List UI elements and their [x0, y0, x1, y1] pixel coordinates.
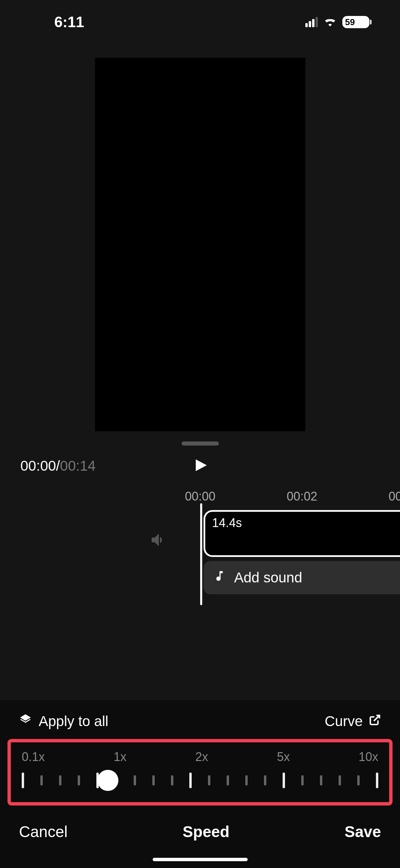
home-indicator[interactable] — [153, 858, 248, 861]
speed-label: 5x — [277, 750, 290, 764]
cellular-icon — [305, 17, 318, 27]
ruler-mark: 00:02 — [287, 489, 317, 504]
timeline[interactable]: 14.4s Add sound — [0, 507, 400, 602]
playback-row: 00:00/00:14 — [0, 446, 400, 486]
playhead[interactable] — [200, 503, 202, 605]
speed-slider[interactable] — [20, 770, 380, 791]
apply-to-all-label: Apply to all — [39, 713, 108, 729]
layers-icon — [19, 713, 32, 729]
speed-panel: Apply to all Curve 0.1x 1x 2x 5x 10x Can… — [0, 700, 400, 868]
speed-knob[interactable] — [97, 770, 118, 791]
battery-level: 59 — [345, 17, 355, 28]
panel-title: Speed — [183, 822, 229, 841]
speed-labels: 0.1x 1x 2x 5x 10x — [20, 750, 380, 770]
apply-to-all-button[interactable]: Apply to all — [19, 713, 108, 729]
speed-label: 1x — [114, 750, 127, 764]
action-row: Cancel Speed Save — [0, 806, 400, 851]
ruler-mark: 00:04 — [388, 489, 400, 504]
speed-slider-highlight: 0.1x 1x 2x 5x 10x — [7, 739, 393, 806]
status-icons: 59 — [305, 16, 369, 28]
clip-duration: 14.4s — [212, 516, 242, 530]
preview-area — [0, 44, 400, 431]
time-readout: 00:00/00:14 — [20, 458, 96, 474]
play-button[interactable] — [191, 456, 209, 475]
add-sound-label: Add sound — [234, 569, 302, 586]
video-clip[interactable]: 14.4s — [204, 510, 400, 557]
time-separator: / — [56, 458, 60, 474]
music-note-icon — [213, 569, 226, 586]
add-sound-button[interactable]: Add sound — [204, 561, 400, 594]
ruler-mark: 00:00 — [185, 489, 215, 504]
speed-label: 0.1x — [22, 750, 45, 764]
speed-label: 10x — [359, 750, 378, 764]
curve-button[interactable]: Curve — [325, 713, 381, 729]
speed-label: 2x — [195, 750, 208, 764]
volume-icon[interactable] — [149, 530, 168, 551]
external-link-icon — [369, 713, 381, 729]
wifi-icon — [323, 16, 337, 28]
cancel-button[interactable]: Cancel — [19, 822, 68, 841]
time-current: 00:00 — [20, 458, 56, 474]
status-bar: 6:11 59 — [0, 0, 400, 44]
status-time: 6:11 — [54, 14, 84, 31]
save-button[interactable]: Save — [345, 822, 381, 841]
time-total: 00:14 — [60, 458, 96, 474]
drag-handle[interactable] — [182, 441, 219, 446]
battery-icon: 59 — [342, 16, 369, 28]
curve-label: Curve — [325, 713, 363, 729]
video-preview[interactable] — [95, 58, 305, 431]
